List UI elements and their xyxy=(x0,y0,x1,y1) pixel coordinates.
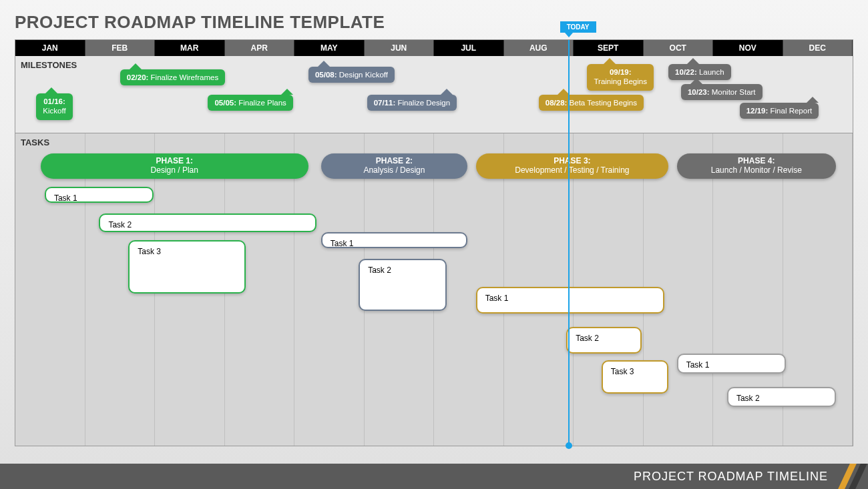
today-marker: TODAY xyxy=(568,40,570,446)
month-cell: APR xyxy=(225,40,295,56)
task-box[interactable]: Task 1 xyxy=(321,232,467,248)
milestone[interactable]: 09/19:Training Begins xyxy=(587,64,653,91)
month-cell: JAN xyxy=(15,40,85,56)
month-header-row: JANFEBMARAPRMAYJUNJULAUGSEPTOCTNOVDEC xyxy=(15,40,853,56)
milestone[interactable]: 12/19: Final Report xyxy=(740,103,819,119)
milestones-area: MILESTONES 01/16:Kickoff02/20: Finalize … xyxy=(15,56,853,133)
milestone[interactable]: 07/11: Finalize Design xyxy=(367,95,457,111)
milestones-label: MILESTONES xyxy=(21,60,77,70)
footer-title: PROJECT ROADMAP TIMELINE xyxy=(634,470,828,484)
timeline-container: JANFEBMARAPRMAYJUNJULAUGSEPTOCTNOVDEC MI… xyxy=(15,39,853,446)
phase-bar[interactable]: PHASE 1:Design / Plan xyxy=(41,153,308,179)
milestone[interactable]: 05/05: Finalize Plans xyxy=(208,95,292,111)
tasks-label: TASKS xyxy=(21,137,49,147)
month-cell: MAY xyxy=(294,40,365,56)
task-box[interactable]: Task 3 xyxy=(602,360,668,394)
phase-bar[interactable]: PHASE 3:Development / Testing / Training xyxy=(476,153,668,179)
milestone[interactable]: 10/23: Monitor Start xyxy=(681,84,763,100)
milestone[interactable]: 01/16:Kickoff xyxy=(36,93,72,120)
task-box[interactable]: Task 3 xyxy=(128,240,246,294)
task-box[interactable]: Task 1 xyxy=(45,187,154,203)
tasks-area: TASKS PHASE 1:Design / PlanPHASE 2:Analy… xyxy=(15,133,853,446)
footer-slash-icon xyxy=(835,464,861,489)
month-cell: AUG xyxy=(504,40,574,56)
task-box[interactable]: Task 2 xyxy=(359,259,447,311)
month-cell: DEC xyxy=(783,40,853,56)
today-dot-icon xyxy=(566,442,572,449)
page-title: PROJECT ROADMAP TIMELINE TEMPLATE xyxy=(0,0,868,39)
task-box[interactable]: Task 1 xyxy=(476,287,664,314)
milestone[interactable]: 05/08: Design Kickoff xyxy=(308,67,395,83)
today-flag: TODAY xyxy=(560,21,596,33)
task-box[interactable]: Task 2 xyxy=(727,387,836,407)
task-box[interactable]: Task 2 xyxy=(566,327,642,354)
phase-bar[interactable]: PHASE 2:Analysis / Design xyxy=(321,153,467,179)
month-cell: OCT xyxy=(644,40,714,56)
month-cell: FEB xyxy=(85,40,156,56)
month-cell: MAR xyxy=(155,40,225,56)
phase-bar[interactable]: PHASE 4:Launch / Monitor / Revise xyxy=(677,153,836,179)
milestone[interactable]: 02/20: Finalize Wireframes xyxy=(120,69,225,85)
milestone[interactable]: 08/28: Beta Testing Begins xyxy=(539,95,644,111)
month-cell: NOV xyxy=(713,40,783,56)
footer-bar: PROJECT ROADMAP TIMELINE xyxy=(0,464,868,489)
task-box[interactable]: Task 2 xyxy=(99,213,316,232)
month-cell: JUL xyxy=(434,40,504,56)
month-cell: JUN xyxy=(365,40,435,56)
task-box[interactable]: Task 1 xyxy=(677,354,786,374)
month-cell: SEPT xyxy=(574,40,644,56)
